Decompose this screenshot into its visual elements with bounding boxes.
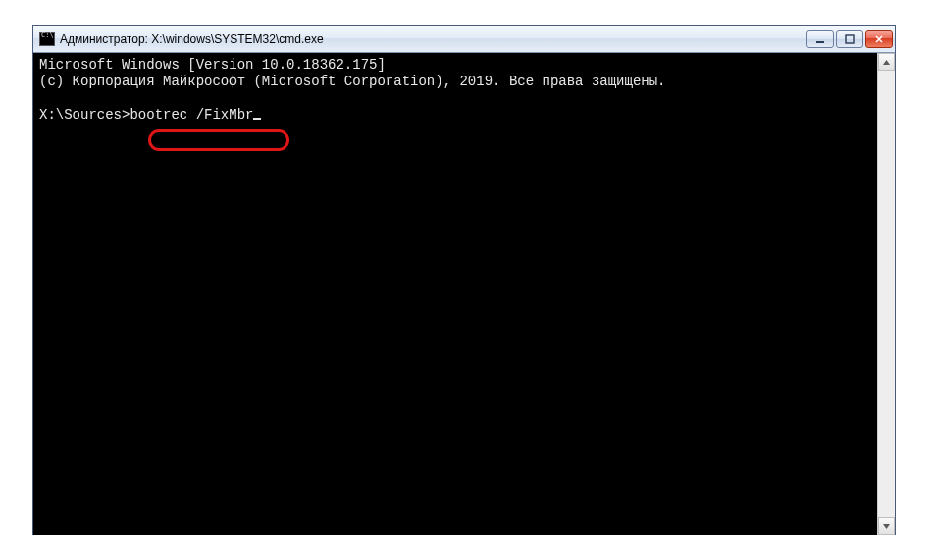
- prompt: X:\Sources>: [39, 107, 130, 123]
- scroll-track[interactable]: [878, 71, 895, 517]
- vertical-scrollbar[interactable]: [877, 53, 895, 535]
- scroll-down-button[interactable]: [878, 517, 895, 535]
- typed-command: bootrec /FixMbr: [130, 107, 253, 123]
- terminal-output[interactable]: Microsoft Windows [Version 10.0.18362.17…: [33, 53, 877, 535]
- cmd-window: Администратор: X:\windows\SYSTEM32\cmd.e…: [32, 25, 896, 535]
- close-button[interactable]: [865, 30, 893, 48]
- scroll-up-button[interactable]: [878, 53, 895, 71]
- copyright-line: (c) Корпорация Майкрософт (Microsoft Cor…: [39, 74, 666, 89]
- text-cursor: [253, 118, 261, 120]
- titlebar[interactable]: Администратор: X:\windows\SYSTEM32\cmd.e…: [33, 26, 895, 53]
- window-controls: [806, 30, 893, 48]
- minimize-button[interactable]: [806, 30, 834, 48]
- window-title: Администратор: X:\windows\SYSTEM32\cmd.e…: [60, 32, 806, 46]
- svg-rect-0: [816, 41, 824, 43]
- maximize-button[interactable]: [836, 30, 863, 48]
- svg-rect-1: [846, 35, 854, 43]
- cmd-icon: [39, 32, 55, 46]
- version-line: Microsoft Windows [Version 10.0.18362.17…: [39, 57, 386, 73]
